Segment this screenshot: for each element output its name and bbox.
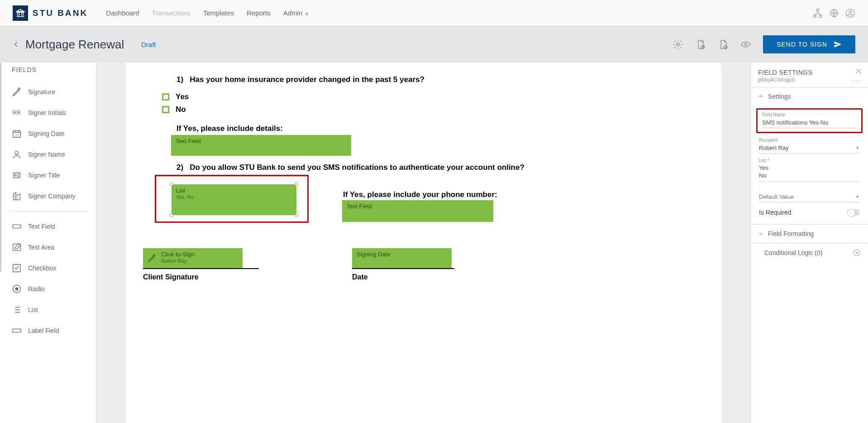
document-add-icon[interactable] xyxy=(695,39,706,50)
chevron-up-icon xyxy=(758,94,763,99)
if-yes-1: If Yes, please include details: xyxy=(176,124,703,133)
field-signer-name[interactable]: Signer Name xyxy=(12,144,96,165)
field-signer-title[interactable]: Signer Title xyxy=(12,165,96,186)
field-name-label: Field Name xyxy=(762,112,857,117)
document-canvas[interactable]: 1) Has your home insurance provider chan… xyxy=(97,62,750,423)
nav-admin[interactable]: Admin∨ xyxy=(283,9,309,17)
initials-icon: RR xyxy=(12,108,22,118)
svg-point-12 xyxy=(15,151,18,154)
send-to-sign-button[interactable]: SEND TO SIGN xyxy=(763,35,855,53)
placed-text-field-1[interactable]: Text Field xyxy=(171,135,351,156)
close-icon[interactable] xyxy=(854,67,863,75)
svg-rect-15 xyxy=(13,225,21,228)
placed-signing-date[interactable]: Signing Date xyxy=(352,248,452,268)
sitemap-icon[interactable] xyxy=(813,8,823,18)
question-1: 1) Has your home insurance provider chan… xyxy=(176,75,703,84)
option-no: No xyxy=(162,105,703,114)
status-label: Draft xyxy=(141,41,156,48)
brand-name: STU BANK xyxy=(33,8,88,18)
settings-section: Settings Field Name Recipient List * Yes xyxy=(751,87,868,225)
nav-dashboard[interactable]: Dashboard xyxy=(106,9,139,17)
resize-handle[interactable] xyxy=(295,183,298,186)
svg-point-14 xyxy=(14,174,16,176)
is-required-label: Is Required xyxy=(759,209,792,216)
placed-list-field[interactable]: List Yes, No xyxy=(172,184,296,215)
field-signature[interactable]: Signature xyxy=(12,82,96,102)
checkbox-icon[interactable] xyxy=(162,106,169,113)
more-icon[interactable]: ○○○ xyxy=(852,78,863,83)
textfield-icon xyxy=(12,221,22,231)
calendar-icon: 17 xyxy=(12,129,22,139)
gear-icon[interactable] xyxy=(672,39,683,50)
building-icon xyxy=(12,191,22,201)
placed-text-field-2[interactable]: Text Field xyxy=(342,200,493,222)
back-button[interactable] xyxy=(13,41,20,48)
user-icon[interactable] xyxy=(845,8,855,18)
conditional-logic-section: Conditional Logic (0) xyxy=(751,243,868,262)
pen-icon xyxy=(12,87,22,97)
conditional-logic-header[interactable]: Conditional Logic (0) xyxy=(751,243,868,262)
svg-rect-2 xyxy=(820,15,822,17)
checkbox-icon xyxy=(12,263,22,273)
svg-rect-1 xyxy=(814,15,816,17)
chevron-down-icon: ∨ xyxy=(305,11,309,16)
brand-logo[interactable]: STU BANK xyxy=(13,5,88,21)
document-page[interactable]: 1) Has your home insurance provider chan… xyxy=(126,62,721,423)
resize-handle[interactable] xyxy=(170,183,173,186)
field-text-field[interactable]: Text Field xyxy=(12,216,96,237)
separator xyxy=(10,211,87,212)
field-signer-initials[interactable]: RR Signer Initials xyxy=(12,102,96,123)
svg-rect-20 xyxy=(13,329,21,332)
resize-handle[interactable] xyxy=(295,213,298,217)
field-radio[interactable]: Radio xyxy=(12,279,96,299)
question-2: 2) Do you allow STU Bank to send you SMS… xyxy=(176,163,703,172)
svg-point-5 xyxy=(849,10,852,13)
placed-click-to-sign[interactable]: Click-to-Sign Robert Ray xyxy=(143,248,243,268)
field-formatting-header[interactable]: Field Formatting xyxy=(751,225,868,243)
person-icon xyxy=(12,149,22,159)
top-nav: Dashboard Transactions Templates Reports… xyxy=(106,9,309,17)
field-label[interactable]: Label Field xyxy=(12,320,96,341)
scrollbar[interactable] xyxy=(0,62,1,423)
nav-reports[interactable]: Reports xyxy=(247,9,271,17)
field-text-area[interactable]: Text Area xyxy=(12,237,96,258)
field-signer-company[interactable]: Signer Company xyxy=(12,186,96,207)
nav-templates[interactable]: Templates xyxy=(203,9,234,17)
fields-palette: FIELDS Signature RR Signer Initials 17 S… xyxy=(0,62,97,423)
settings-header[interactable]: Settings xyxy=(751,87,868,106)
field-formatting-section: Field Formatting xyxy=(751,225,868,243)
globe-icon[interactable] xyxy=(829,8,839,18)
field-name-input[interactable] xyxy=(762,117,857,128)
field-checkbox[interactable]: Checkbox xyxy=(12,258,96,279)
list-options[interactable]: Yes No xyxy=(759,164,860,182)
plus-circle-icon[interactable] xyxy=(853,249,861,257)
nav-transactions[interactable]: Transactions xyxy=(152,9,191,17)
panel-subtitle: gSNyACSXogcS xyxy=(758,77,861,82)
svg-point-9 xyxy=(745,43,747,46)
top-bar: STU BANK Dashboard Transactions Template… xyxy=(0,0,868,26)
document-done-icon[interactable] xyxy=(718,39,729,50)
sub-header: Mortgage Renewal Draft SEND TO SIGN xyxy=(0,26,868,62)
resize-handle[interactable] xyxy=(170,213,173,217)
checkbox-icon[interactable] xyxy=(162,93,169,101)
field-signing-date[interactable]: 17 Signing Date xyxy=(12,123,96,144)
date-label: Date xyxy=(352,273,368,281)
chevron-down-icon xyxy=(758,231,763,236)
textarea-icon xyxy=(12,242,22,252)
default-value-select[interactable] xyxy=(759,192,860,202)
radio-icon xyxy=(12,284,22,294)
is-required-toggle[interactable] xyxy=(847,209,860,216)
bank-icon xyxy=(13,5,28,21)
field-settings-panel: FIELD SETTINGS gSNyACSXogcS ○○○ Settings… xyxy=(750,62,868,423)
list-label: List * xyxy=(759,158,860,163)
option-yes: Yes xyxy=(162,92,703,101)
field-name-highlight: Field Name xyxy=(756,108,863,133)
recipient-label: Recipient xyxy=(759,138,860,143)
label-icon xyxy=(12,326,22,336)
recipient-select[interactable] xyxy=(759,143,860,154)
field-list[interactable]: List xyxy=(12,299,96,320)
fields-title: FIELDS xyxy=(12,66,96,73)
page-title: Mortgage Renewal xyxy=(25,38,124,52)
eye-icon[interactable] xyxy=(740,39,751,50)
panel-title: FIELD SETTINGS xyxy=(758,69,861,76)
